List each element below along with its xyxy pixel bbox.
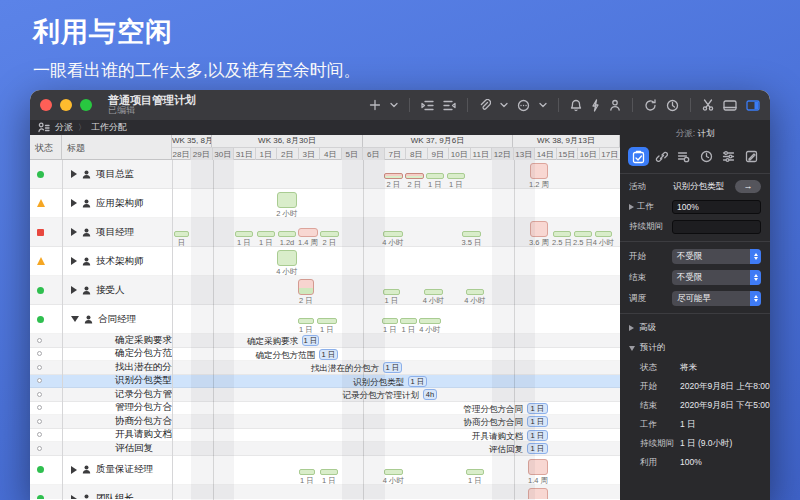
task-bar[interactable]: 4h: [423, 389, 437, 400]
popup-button[interactable]: 不受限: [672, 270, 761, 285]
disclosure-triangle[interactable]: [71, 286, 77, 294]
utilization-bar[interactable]: [383, 289, 400, 295]
close-window-button[interactable]: [40, 99, 52, 111]
week-header[interactable]: WK 35, 8月23日: [172, 135, 212, 147]
disclosure-triangle[interactable]: [71, 316, 79, 322]
day-header[interactable]: 15日: [557, 147, 579, 160]
title-cell[interactable]: 记录分包方管理计划: [62, 388, 172, 401]
disclosure-triangle[interactable]: [629, 325, 634, 331]
utilization-bar[interactable]: [277, 192, 297, 208]
zoom-window-button[interactable]: [80, 99, 92, 111]
day-header[interactable]: 28日: [172, 147, 191, 160]
inspector-tab-note[interactable]: [741, 147, 762, 166]
utilization-bar[interactable]: [528, 488, 548, 500]
go-to-activity-button[interactable]: →: [735, 180, 761, 193]
day-header[interactable]: 14日: [535, 147, 557, 160]
day-header[interactable]: 3日: [299, 147, 321, 160]
disclosure-triangle[interactable]: [71, 199, 77, 207]
utilization-bar[interactable]: [384, 173, 403, 179]
resource-row[interactable]: 项目经理日1 日1 日1.2d1.4 周2 日4 小时3.5 日3.6 周2.5…: [30, 218, 620, 247]
day-header[interactable]: 11日: [471, 147, 493, 160]
violations-button[interactable]: [591, 99, 600, 112]
outdent-button[interactable]: [443, 100, 456, 111]
day-header[interactable]: 30日: [213, 147, 235, 160]
task-bar[interactable]: 1 日: [527, 416, 548, 427]
task-row[interactable]: 记录分包方管理计划记录分包方管理计划4h: [30, 388, 620, 402]
day-header[interactable]: 6日: [363, 147, 385, 160]
history-button[interactable]: [666, 99, 679, 112]
day-header[interactable]: 2日: [277, 147, 299, 160]
chevron-down-icon[interactable]: [390, 102, 398, 108]
utilization-bar[interactable]: [278, 231, 296, 237]
resources-button[interactable]: [609, 99, 621, 111]
title-cell[interactable]: 协商分包方合同: [62, 415, 172, 428]
utilization-bar[interactable]: [595, 231, 612, 237]
title-cell[interactable]: 技术架构师: [62, 247, 172, 275]
task-bar[interactable]: 1 日: [408, 376, 427, 387]
utilization-bar[interactable]: [235, 231, 253, 237]
inspector-tab-link[interactable]: [651, 147, 672, 166]
task-row[interactable]: 开具请购文档开具请购文档1 日: [30, 429, 620, 443]
title-cell[interactable]: 团队组长: [62, 485, 172, 500]
day-header[interactable]: 16日: [578, 147, 600, 160]
task-row[interactable]: 协商分包方合同协商分包方合同1 日: [30, 415, 620, 429]
utilization-bar[interactable]: [424, 289, 443, 295]
task-row[interactable]: 确定采购要求确定采购要求1 日: [30, 334, 620, 348]
title-cell[interactable]: 管理分包方合同: [62, 402, 172, 415]
utilization-bar[interactable]: [419, 318, 441, 324]
breadcrumb-view[interactable]: 分派: [55, 121, 73, 134]
utilization-bar[interactable]: [405, 173, 424, 179]
scissors-button[interactable]: [702, 99, 714, 111]
sync-button[interactable]: [644, 99, 657, 112]
utilization-bar[interactable]: [320, 231, 339, 237]
utilization-bar[interactable]: [447, 173, 465, 179]
day-header[interactable]: 10日: [449, 147, 471, 160]
day-header[interactable]: 1日: [256, 147, 278, 160]
disclosure-triangle[interactable]: [71, 228, 77, 236]
resource-row[interactable]: 项目总监2 日2 日1 日1 日1.2 周: [30, 160, 620, 189]
resource-row[interactable]: 接受人2 日1 日4 小时4 小时: [30, 276, 620, 305]
task-bar[interactable]: 1 日: [527, 430, 548, 441]
context-value[interactable]: 计划: [697, 128, 714, 138]
disclosure-triangle[interactable]: [629, 204, 634, 210]
task-row[interactable]: 找出潜在的分包方找出潜在的分包方1 日: [30, 361, 620, 375]
day-header[interactable]: 17日: [600, 147, 621, 160]
inspector-tab-assignment[interactable]: [673, 147, 694, 166]
title-cell[interactable]: 项目经理: [62, 218, 172, 246]
resource-row[interactable]: 应用架构师2 小时: [30, 189, 620, 218]
resource-row[interactable]: 质量保证经理1 日1 日4 小时1 日1.4 周: [30, 456, 620, 485]
title-column-header[interactable]: 标题: [62, 135, 89, 159]
inspector-tab-clock[interactable]: [696, 147, 717, 166]
week-header[interactable]: WK 38, 9月13日: [513, 135, 620, 147]
day-header[interactable]: 31日: [234, 147, 256, 160]
notifications-button[interactable]: [570, 99, 582, 112]
chevron-down-icon[interactable]: [539, 102, 547, 108]
title-cell[interactable]: 合同经理: [62, 305, 172, 333]
status-column-header[interactable]: 状态: [30, 135, 62, 159]
chevron-down-icon[interactable]: [500, 102, 508, 108]
disclosure-triangle[interactable]: [71, 257, 77, 265]
utilization-bar[interactable]: [298, 318, 314, 324]
title-cell[interactable]: 识别分包类型: [62, 375, 172, 388]
day-header[interactable]: 9日: [428, 147, 450, 160]
utilization-bar[interactable]: [400, 318, 417, 324]
title-cell[interactable]: 找出潜在的分包方: [62, 361, 172, 374]
inspector-group-collapsed[interactable]: 高级: [620, 318, 770, 338]
resource-row[interactable]: 团队组长: [30, 485, 620, 500]
title-cell[interactable]: 确定分包方范围: [62, 348, 172, 361]
disclosure-triangle[interactable]: [71, 466, 77, 474]
title-cell[interactable]: 质量保证经理: [62, 456, 172, 484]
task-row[interactable]: 确定分包方范围确定分包方范围1 日: [30, 348, 620, 362]
add-button[interactable]: [369, 99, 381, 111]
utilization-bar[interactable]: [298, 228, 318, 237]
task-row[interactable]: 识别分包类型识别分包类型1 日: [30, 375, 620, 389]
utilization-bar[interactable]: [298, 279, 314, 295]
title-cell[interactable]: 开具请购文档: [62, 429, 172, 442]
utilization-bar[interactable]: [384, 469, 403, 475]
title-cell[interactable]: 项目总监: [62, 160, 172, 188]
breadcrumb[interactable]: 分派 〉 工作分配: [38, 121, 127, 134]
breadcrumb-subview[interactable]: 工作分配: [91, 121, 127, 134]
popup-button[interactable]: 不受限: [672, 249, 761, 264]
task-row[interactable]: 管理分包方合同管理分包方合同1 日: [30, 402, 620, 416]
utilization-bar[interactable]: [553, 231, 571, 237]
